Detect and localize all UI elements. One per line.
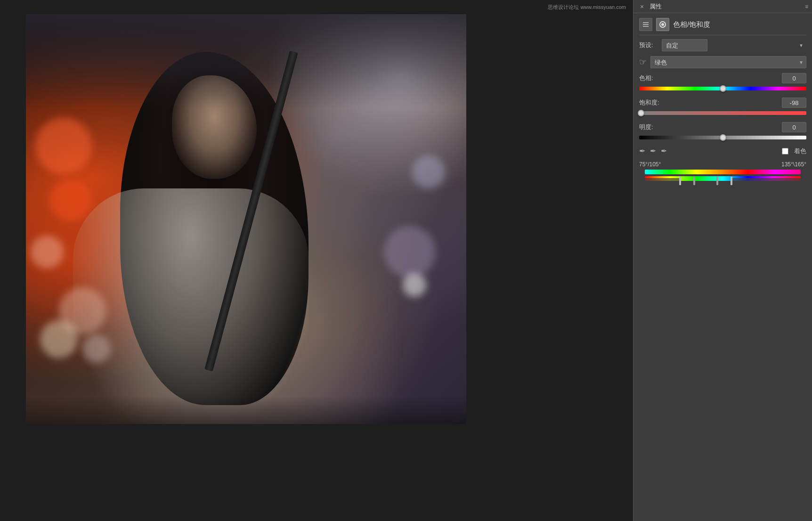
photo-container: [26, 14, 466, 424]
layer-icon-button[interactable]: [639, 18, 652, 31]
saturation-label: 饱和度:: [639, 98, 659, 107]
range-left-label: 75°/105°: [639, 161, 661, 168]
top-spectrum-bar: [645, 170, 801, 174]
mask-icon-button[interactable]: [656, 18, 669, 31]
svg-rect-1: [643, 24, 649, 25]
hand-tool-icon[interactable]: ☞: [639, 57, 647, 67]
preset-select[interactable]: 自定 默认值 增加饱和度 降低饱和度: [662, 39, 707, 51]
eyedropper-row: ✒ ✒ ✒ 着色: [639, 147, 806, 155]
panel-menu-button[interactable]: ≡: [805, 3, 808, 10]
hue-slider-track-container[interactable]: [639, 85, 806, 92]
lightness-slider-section: 明度:: [639, 122, 806, 141]
range-handle-3[interactable]: [716, 177, 718, 185]
properties-panel: × 属性 ≡ 色相/饱和度 预设:: [633, 0, 812, 521]
saturation-slider-thumb[interactable]: [638, 110, 644, 116]
eyedropper-icon-2[interactable]: ✒: [650, 147, 656, 155]
spectrum-bar-section: [639, 170, 806, 183]
channel-select-wrapper: 全图 红色 黄色 绿色 青色 蓝色 洋红 ▼: [650, 56, 806, 68]
preset-select-arrow: ▼: [799, 43, 804, 48]
umbrella-top: [26, 14, 466, 108]
lightness-value-input[interactable]: [782, 122, 806, 132]
range-labels: 75°/105° 135°\165°: [639, 161, 806, 168]
lightness-slider-track[interactable]: [639, 136, 806, 139]
channel-select[interactable]: 全图 红色 黄色 绿色 青色 蓝色 洋红: [650, 56, 806, 68]
divider-1: [639, 35, 806, 35]
lightness-label: 明度:: [639, 123, 653, 131]
bottom-shadow: [26, 396, 466, 424]
saturation-slider-track-container[interactable]: [639, 110, 806, 116]
eyedropper-icon-1[interactable]: ✒: [639, 147, 645, 155]
panel-close-button[interactable]: ×: [637, 3, 647, 10]
lightness-slider-track-container[interactable]: [639, 134, 806, 141]
bokeh-7: [384, 226, 436, 278]
panel-header: × 属性 ≡: [633, 0, 812, 13]
hue-value-input[interactable]: [782, 73, 806, 83]
saturation-header: 饱和度:: [639, 98, 806, 108]
svg-rect-2: [643, 26, 649, 27]
watermark: 思维设计论坛 www.missyuan.com: [548, 4, 626, 11]
bokeh-8: [412, 155, 445, 188]
range-right-label: 135°\165°: [781, 161, 806, 168]
saturation-slider-section: 饱和度:: [639, 98, 806, 116]
bokeh-6: [40, 320, 78, 358]
preset-label: 预设:: [639, 41, 658, 49]
hue-header: 色相:: [639, 73, 806, 83]
range-handle-1[interactable]: [679, 177, 681, 185]
eyedropper-icon-3[interactable]: ✒: [661, 147, 667, 155]
bokeh-3: [31, 236, 64, 269]
hand-channel-row: ☞ 全图 红色 黄色 绿色 青色 蓝色 洋红 ▼: [639, 56, 806, 68]
hue-slider-thumb[interactable]: [720, 85, 726, 92]
saturation-slider-track[interactable]: [639, 111, 806, 115]
bokeh-2: [49, 179, 92, 221]
hue-slider-section: 色相:: [639, 73, 806, 92]
svg-point-4: [661, 23, 664, 26]
mask-icon: [659, 21, 666, 28]
panel-title-label: 属性: [647, 2, 805, 11]
hue-slider-track[interactable]: [639, 87, 806, 90]
layer-icon: [642, 21, 650, 28]
saturation-value-input[interactable]: [782, 98, 806, 108]
bottom-spectrum-bar: [645, 176, 801, 181]
bokeh-9: [403, 273, 426, 297]
lightness-header: 明度:: [639, 122, 806, 132]
properties-section: 色相/饱和度 预设: 自定 默认值 增加饱和度 降低饱和度 ▼ ☞ 全图: [633, 13, 812, 187]
prop-icons-row: 色相/饱和度: [639, 18, 806, 31]
bokeh-1: [35, 118, 92, 174]
preset-select-wrapper: 自定 默认值 增加饱和度 降低饱和度 ▼: [662, 39, 806, 51]
svg-rect-0: [643, 22, 649, 23]
bottom-spectrum-container: [645, 176, 801, 186]
colorize-label: 着色: [794, 147, 806, 155]
preset-row: 预设: 自定 默认值 增加饱和度 降低饱和度 ▼: [639, 39, 806, 51]
spectrum-bar-wrapper[interactable]: [645, 170, 801, 183]
range-handle-2[interactable]: [693, 177, 695, 185]
range-handle-4[interactable]: [731, 177, 732, 185]
lightness-slider-thumb[interactable]: [720, 134, 726, 141]
adjustment-label: 色相/饱和度: [673, 20, 710, 29]
colorize-checkbox[interactable]: [782, 148, 788, 155]
hue-label: 色相:: [639, 74, 653, 82]
white-shirt: [73, 188, 309, 424]
